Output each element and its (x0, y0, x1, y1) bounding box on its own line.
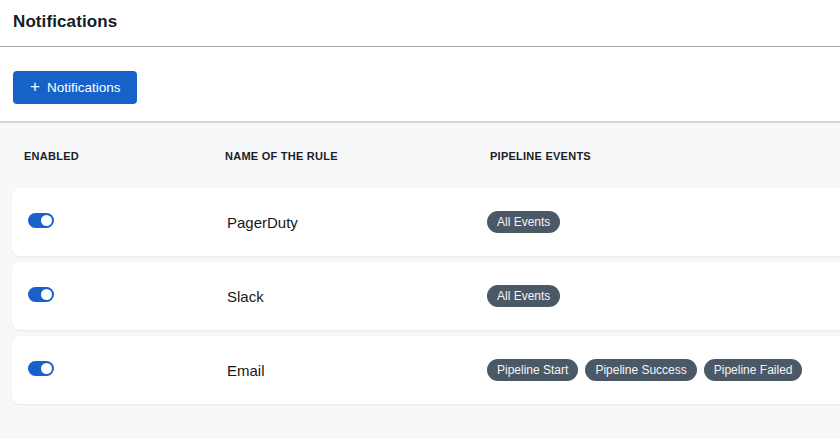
page-header: Notifications (0, 0, 840, 47)
enabled-cell (28, 287, 227, 306)
event-badge: Pipeline Success (585, 359, 696, 381)
notification-rule-row: Slack All Events (12, 262, 840, 330)
enabled-toggle[interactable] (28, 361, 54, 376)
toggle-knob-icon (41, 215, 52, 226)
event-badge: All Events (487, 285, 560, 307)
rule-name: Email (227, 362, 487, 379)
column-header-enabled: ENABLED (24, 150, 225, 162)
rules-list: PagerDuty All Events Slack All Events Em… (0, 188, 840, 404)
column-header-rule-name: NAME OF THE RULE (225, 150, 490, 162)
plus-icon: + (30, 78, 40, 95)
enabled-cell (28, 361, 227, 380)
notification-rules-table: ENABLED NAME OF THE RULE PIPELINE EVENTS… (0, 121, 840, 439)
event-badge: Pipeline Failed (704, 359, 803, 381)
event-badge: All Events (487, 211, 560, 233)
table-header-row: ENABLED NAME OF THE RULE PIPELINE EVENTS (0, 123, 840, 188)
enabled-toggle[interactable] (28, 213, 54, 228)
rule-name: PagerDuty (227, 214, 487, 231)
notification-rule-row: Email Pipeline StartPipeline SuccessPipe… (12, 336, 840, 404)
add-notification-button[interactable]: + Notifications (13, 71, 137, 104)
toggle-knob-icon (41, 363, 52, 374)
pipeline-events-cell: All Events (487, 211, 840, 233)
enabled-cell (28, 213, 227, 232)
add-notification-button-label: Notifications (47, 80, 121, 95)
notification-rule-row: PagerDuty All Events (12, 188, 840, 256)
page-title: Notifications (13, 12, 827, 32)
toolbar: + Notifications (0, 47, 840, 121)
rule-name: Slack (227, 288, 487, 305)
event-badge: Pipeline Start (487, 359, 578, 381)
pipeline-events-cell: All Events (487, 285, 840, 307)
column-header-pipeline-events: PIPELINE EVENTS (490, 150, 840, 162)
enabled-toggle[interactable] (28, 287, 54, 302)
pipeline-events-cell: Pipeline StartPipeline SuccessPipeline F… (487, 359, 840, 381)
toggle-knob-icon (41, 289, 52, 300)
